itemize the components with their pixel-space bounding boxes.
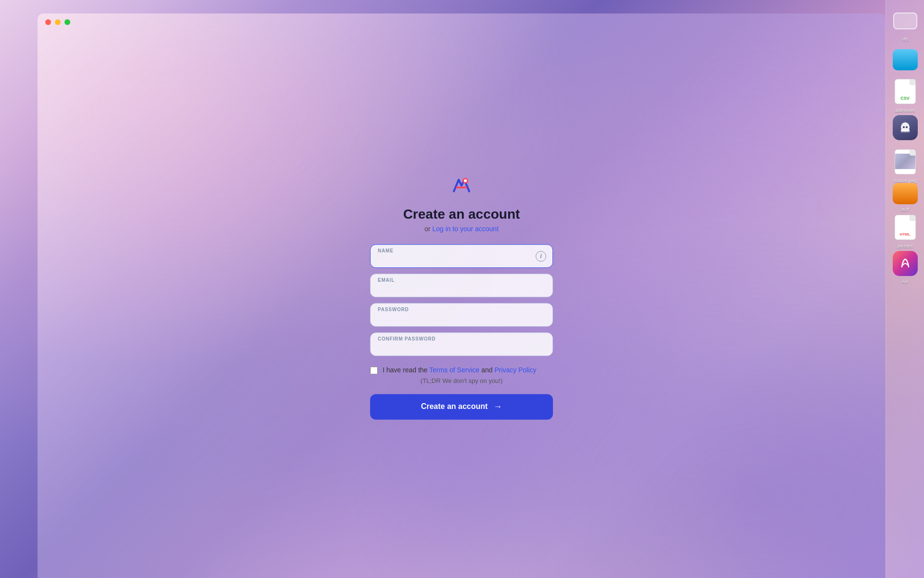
email-input[interactable] xyxy=(370,274,553,297)
password-field: PASSWORD xyxy=(370,303,553,327)
blue-folder-icon xyxy=(893,49,918,70)
html-label: ple.html xyxy=(898,244,913,249)
privacy-link[interactable]: Privacy Policy xyxy=(494,366,536,374)
app-logo xyxy=(448,172,475,199)
name-label: NAME xyxy=(378,248,394,253)
dock-item-csv[interactable]: CSV addresses xyxy=(892,77,918,106)
dock-item-ghost[interactable] xyxy=(891,114,919,142)
email-label: EMAIL xyxy=(378,277,395,283)
terms-text: I have read the Terms of Service and Pri… xyxy=(383,366,537,375)
window-controls xyxy=(45,19,70,25)
create-account-label: Create an account xyxy=(421,402,488,411)
window-close-button[interactable] xyxy=(45,19,51,25)
window-maximize-button[interactable] xyxy=(64,19,70,25)
arc-app-icon xyxy=(893,251,918,276)
confirm-password-label: CONFIRM PASSWORD xyxy=(378,336,436,342)
dock-sidebar: ufp CSV addresses xyxy=(886,0,924,578)
csv-file-icon: CSV xyxy=(895,79,916,104)
orange-folder-label: stuff xyxy=(901,207,909,212)
dock-item-orange-folder[interactable]: stuff xyxy=(892,182,918,205)
svg-point-5 xyxy=(464,179,467,182)
dock-item-html[interactable]: HTML ple.html xyxy=(892,213,918,242)
arc-label: Arc xyxy=(902,279,909,284)
email-field: EMAIL xyxy=(370,274,553,297)
dock-item-blue-folder[interactable] xyxy=(892,48,918,71)
ghost-app-icon xyxy=(893,115,918,140)
window-minimize-button[interactable] xyxy=(55,19,61,25)
html-file-icon: HTML xyxy=(895,215,916,240)
tldr-text: (TL;DR We don't spy on you!) xyxy=(370,377,553,384)
orange-folder-icon xyxy=(893,183,918,204)
dock-item-arc[interactable]: Arc xyxy=(891,250,919,277)
arrow-icon: → xyxy=(493,402,502,412)
terms-prefix: I have read the xyxy=(383,366,429,374)
login-link-row: or Log in to your account xyxy=(424,225,499,233)
dock-item-ufp[interactable]: ufp xyxy=(891,7,919,35)
login-prefix: or xyxy=(424,225,430,233)
svg-point-2 xyxy=(903,126,905,128)
password-label: PASSWORD xyxy=(378,307,409,312)
terms-checkbox-row: I have read the Terms of Service and Pri… xyxy=(370,366,553,375)
page-title: Create an account xyxy=(403,207,520,222)
login-link[interactable]: Log in to your account xyxy=(432,225,499,233)
name-input[interactable] xyxy=(370,244,553,268)
ufp-file-icon xyxy=(893,13,917,29)
create-account-button[interactable]: Create an account → xyxy=(370,394,553,420)
terms-link[interactable]: Terms of Service xyxy=(429,366,479,374)
ufp-label: ufp xyxy=(902,37,908,41)
app-window: Create an account or Log in to your acco… xyxy=(38,13,886,578)
confirm-password-field: CONFIRM PASSWORD xyxy=(370,332,553,356)
name-field: NAME i xyxy=(370,244,553,268)
csv-label: addresses xyxy=(895,108,915,113)
svg-point-3 xyxy=(906,126,908,128)
terms-and: and xyxy=(481,366,494,374)
name-info-icon[interactable]: i xyxy=(536,251,546,262)
jpeg-file-icon xyxy=(895,149,916,174)
signup-form-container: Create an account or Log in to your acco… xyxy=(370,172,553,420)
terms-checkbox[interactable] xyxy=(370,367,378,374)
dock-item-jpeg[interactable]: custom.jpeg xyxy=(892,147,918,176)
